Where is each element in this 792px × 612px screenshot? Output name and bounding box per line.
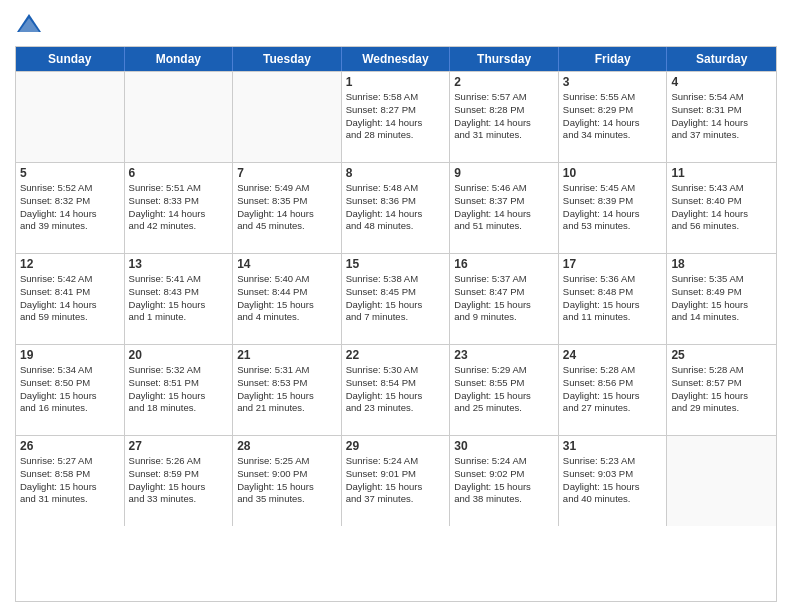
day-number: 12 bbox=[20, 257, 120, 271]
day-number: 21 bbox=[237, 348, 337, 362]
day-number: 18 bbox=[671, 257, 772, 271]
calendar-row: 26Sunrise: 5:27 AM Sunset: 8:58 PM Dayli… bbox=[16, 435, 776, 526]
weekday-header: Monday bbox=[125, 47, 234, 71]
calendar-cell bbox=[125, 72, 234, 162]
day-info: Sunrise: 5:55 AM Sunset: 8:29 PM Dayligh… bbox=[563, 91, 663, 142]
day-number: 26 bbox=[20, 439, 120, 453]
calendar-cell: 1Sunrise: 5:58 AM Sunset: 8:27 PM Daylig… bbox=[342, 72, 451, 162]
day-number: 13 bbox=[129, 257, 229, 271]
calendar-cell: 16Sunrise: 5:37 AM Sunset: 8:47 PM Dayli… bbox=[450, 254, 559, 344]
day-info: Sunrise: 5:58 AM Sunset: 8:27 PM Dayligh… bbox=[346, 91, 446, 142]
day-info: Sunrise: 5:49 AM Sunset: 8:35 PM Dayligh… bbox=[237, 182, 337, 233]
day-number: 16 bbox=[454, 257, 554, 271]
day-info: Sunrise: 5:25 AM Sunset: 9:00 PM Dayligh… bbox=[237, 455, 337, 506]
weekday-header: Tuesday bbox=[233, 47, 342, 71]
weekday-header: Wednesday bbox=[342, 47, 451, 71]
day-number: 7 bbox=[237, 166, 337, 180]
day-info: Sunrise: 5:48 AM Sunset: 8:36 PM Dayligh… bbox=[346, 182, 446, 233]
day-number: 6 bbox=[129, 166, 229, 180]
logo bbox=[15, 10, 47, 38]
day-info: Sunrise: 5:34 AM Sunset: 8:50 PM Dayligh… bbox=[20, 364, 120, 415]
day-info: Sunrise: 5:35 AM Sunset: 8:49 PM Dayligh… bbox=[671, 273, 772, 324]
calendar-cell: 27Sunrise: 5:26 AM Sunset: 8:59 PM Dayli… bbox=[125, 436, 234, 526]
calendar-cell bbox=[667, 436, 776, 526]
calendar-cell: 6Sunrise: 5:51 AM Sunset: 8:33 PM Daylig… bbox=[125, 163, 234, 253]
calendar-cell: 8Sunrise: 5:48 AM Sunset: 8:36 PM Daylig… bbox=[342, 163, 451, 253]
calendar-cell: 31Sunrise: 5:23 AM Sunset: 9:03 PM Dayli… bbox=[559, 436, 668, 526]
logo-icon bbox=[15, 10, 43, 38]
day-number: 23 bbox=[454, 348, 554, 362]
day-info: Sunrise: 5:29 AM Sunset: 8:55 PM Dayligh… bbox=[454, 364, 554, 415]
calendar-cell: 13Sunrise: 5:41 AM Sunset: 8:43 PM Dayli… bbox=[125, 254, 234, 344]
day-number: 17 bbox=[563, 257, 663, 271]
day-info: Sunrise: 5:52 AM Sunset: 8:32 PM Dayligh… bbox=[20, 182, 120, 233]
day-info: Sunrise: 5:28 AM Sunset: 8:56 PM Dayligh… bbox=[563, 364, 663, 415]
calendar-cell bbox=[233, 72, 342, 162]
calendar-cell: 19Sunrise: 5:34 AM Sunset: 8:50 PM Dayli… bbox=[16, 345, 125, 435]
calendar-cell: 7Sunrise: 5:49 AM Sunset: 8:35 PM Daylig… bbox=[233, 163, 342, 253]
day-number: 20 bbox=[129, 348, 229, 362]
day-number: 22 bbox=[346, 348, 446, 362]
day-number: 10 bbox=[563, 166, 663, 180]
day-info: Sunrise: 5:24 AM Sunset: 9:01 PM Dayligh… bbox=[346, 455, 446, 506]
weekday-header: Sunday bbox=[16, 47, 125, 71]
calendar-cell: 14Sunrise: 5:40 AM Sunset: 8:44 PM Dayli… bbox=[233, 254, 342, 344]
calendar-cell: 26Sunrise: 5:27 AM Sunset: 8:58 PM Dayli… bbox=[16, 436, 125, 526]
day-number: 29 bbox=[346, 439, 446, 453]
calendar-cell: 29Sunrise: 5:24 AM Sunset: 9:01 PM Dayli… bbox=[342, 436, 451, 526]
calendar-cell: 5Sunrise: 5:52 AM Sunset: 8:32 PM Daylig… bbox=[16, 163, 125, 253]
day-number: 31 bbox=[563, 439, 663, 453]
calendar-header: SundayMondayTuesdayWednesdayThursdayFrid… bbox=[16, 47, 776, 71]
day-info: Sunrise: 5:36 AM Sunset: 8:48 PM Dayligh… bbox=[563, 273, 663, 324]
day-info: Sunrise: 5:26 AM Sunset: 8:59 PM Dayligh… bbox=[129, 455, 229, 506]
day-info: Sunrise: 5:38 AM Sunset: 8:45 PM Dayligh… bbox=[346, 273, 446, 324]
calendar-cell: 22Sunrise: 5:30 AM Sunset: 8:54 PM Dayli… bbox=[342, 345, 451, 435]
day-info: Sunrise: 5:57 AM Sunset: 8:28 PM Dayligh… bbox=[454, 91, 554, 142]
calendar-cell: 11Sunrise: 5:43 AM Sunset: 8:40 PM Dayli… bbox=[667, 163, 776, 253]
day-number: 27 bbox=[129, 439, 229, 453]
page: SundayMondayTuesdayWednesdayThursdayFrid… bbox=[0, 0, 792, 612]
day-number: 9 bbox=[454, 166, 554, 180]
day-number: 25 bbox=[671, 348, 772, 362]
weekday-header: Friday bbox=[559, 47, 668, 71]
calendar-cell bbox=[16, 72, 125, 162]
day-info: Sunrise: 5:27 AM Sunset: 8:58 PM Dayligh… bbox=[20, 455, 120, 506]
calendar: SundayMondayTuesdayWednesdayThursdayFrid… bbox=[15, 46, 777, 602]
day-number: 4 bbox=[671, 75, 772, 89]
day-info: Sunrise: 5:45 AM Sunset: 8:39 PM Dayligh… bbox=[563, 182, 663, 233]
day-info: Sunrise: 5:24 AM Sunset: 9:02 PM Dayligh… bbox=[454, 455, 554, 506]
day-number: 24 bbox=[563, 348, 663, 362]
calendar-row: 1Sunrise: 5:58 AM Sunset: 8:27 PM Daylig… bbox=[16, 71, 776, 162]
calendar-cell: 20Sunrise: 5:32 AM Sunset: 8:51 PM Dayli… bbox=[125, 345, 234, 435]
day-info: Sunrise: 5:40 AM Sunset: 8:44 PM Dayligh… bbox=[237, 273, 337, 324]
calendar-cell: 15Sunrise: 5:38 AM Sunset: 8:45 PM Dayli… bbox=[342, 254, 451, 344]
calendar-cell: 23Sunrise: 5:29 AM Sunset: 8:55 PM Dayli… bbox=[450, 345, 559, 435]
calendar-body: 1Sunrise: 5:58 AM Sunset: 8:27 PM Daylig… bbox=[16, 71, 776, 526]
calendar-cell: 21Sunrise: 5:31 AM Sunset: 8:53 PM Dayli… bbox=[233, 345, 342, 435]
day-number: 11 bbox=[671, 166, 772, 180]
day-number: 14 bbox=[237, 257, 337, 271]
calendar-cell: 25Sunrise: 5:28 AM Sunset: 8:57 PM Dayli… bbox=[667, 345, 776, 435]
day-info: Sunrise: 5:43 AM Sunset: 8:40 PM Dayligh… bbox=[671, 182, 772, 233]
day-number: 3 bbox=[563, 75, 663, 89]
day-info: Sunrise: 5:51 AM Sunset: 8:33 PM Dayligh… bbox=[129, 182, 229, 233]
calendar-cell: 24Sunrise: 5:28 AM Sunset: 8:56 PM Dayli… bbox=[559, 345, 668, 435]
day-number: 19 bbox=[20, 348, 120, 362]
day-number: 5 bbox=[20, 166, 120, 180]
calendar-cell: 4Sunrise: 5:54 AM Sunset: 8:31 PM Daylig… bbox=[667, 72, 776, 162]
calendar-cell: 9Sunrise: 5:46 AM Sunset: 8:37 PM Daylig… bbox=[450, 163, 559, 253]
calendar-row: 12Sunrise: 5:42 AM Sunset: 8:41 PM Dayli… bbox=[16, 253, 776, 344]
day-info: Sunrise: 5:37 AM Sunset: 8:47 PM Dayligh… bbox=[454, 273, 554, 324]
day-info: Sunrise: 5:46 AM Sunset: 8:37 PM Dayligh… bbox=[454, 182, 554, 233]
calendar-cell: 2Sunrise: 5:57 AM Sunset: 8:28 PM Daylig… bbox=[450, 72, 559, 162]
calendar-cell: 3Sunrise: 5:55 AM Sunset: 8:29 PM Daylig… bbox=[559, 72, 668, 162]
calendar-cell: 30Sunrise: 5:24 AM Sunset: 9:02 PM Dayli… bbox=[450, 436, 559, 526]
calendar-row: 19Sunrise: 5:34 AM Sunset: 8:50 PM Dayli… bbox=[16, 344, 776, 435]
day-info: Sunrise: 5:28 AM Sunset: 8:57 PM Dayligh… bbox=[671, 364, 772, 415]
day-info: Sunrise: 5:42 AM Sunset: 8:41 PM Dayligh… bbox=[20, 273, 120, 324]
day-info: Sunrise: 5:31 AM Sunset: 8:53 PM Dayligh… bbox=[237, 364, 337, 415]
calendar-cell: 12Sunrise: 5:42 AM Sunset: 8:41 PM Dayli… bbox=[16, 254, 125, 344]
day-info: Sunrise: 5:54 AM Sunset: 8:31 PM Dayligh… bbox=[671, 91, 772, 142]
day-number: 30 bbox=[454, 439, 554, 453]
header bbox=[15, 10, 777, 38]
